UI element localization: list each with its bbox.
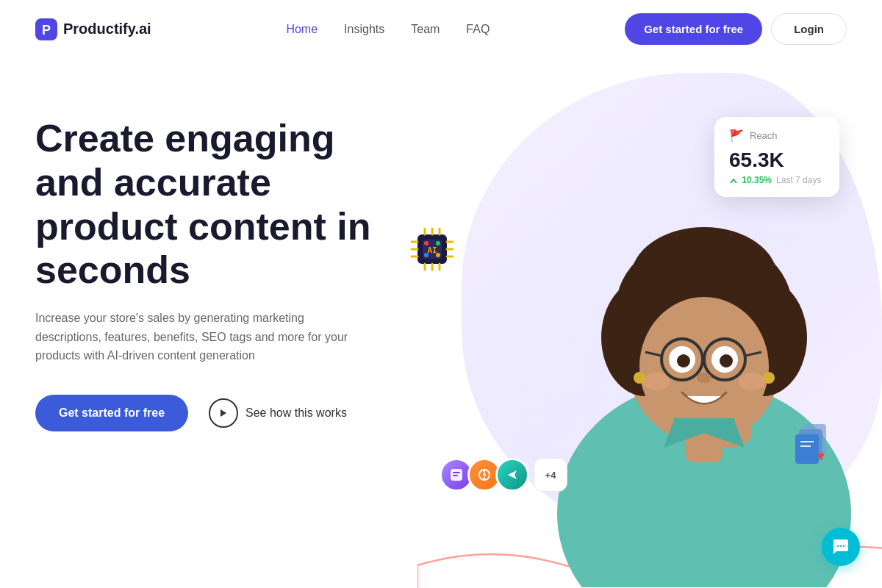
logo-icon: P [35,18,57,40]
reach-period: Last 7 days [776,175,821,185]
svg-point-42 [634,372,645,384]
svg-point-59 [840,545,842,547]
nav-get-started-button[interactable]: Get started for free [625,13,762,45]
svg-text:AI: AI [427,245,437,255]
reach-flag-icon: 🚩 [729,129,744,143]
hero-subtitle: Increase your store's sales by generatin… [35,309,373,365]
brand-name: Productify.ai [63,21,151,37]
svg-point-38 [643,373,670,390]
nav-insights[interactable]: Insights [344,23,384,35]
reach-value: 65.3K [729,148,825,172]
reach-growth-pct: 10.35% [729,175,772,185]
svg-point-40 [697,373,711,383]
svg-text:P: P [42,23,51,37]
svg-rect-54 [795,434,819,464]
see-how-link[interactable]: See how this works [209,398,347,428]
integration-more: +4 [534,458,567,492]
svg-rect-45 [453,472,460,473]
nav-home[interactable]: Home [286,23,318,35]
hero-title: Create engaging and accurate product con… [35,117,395,293]
integration-icon-3 [495,458,529,492]
nav-faq[interactable]: FAQ [466,23,490,35]
nav-login-button[interactable]: Login [771,13,847,45]
hero-section: Create engaging and accurate product con… [0,58,882,587]
svg-point-17 [424,241,429,245]
svg-point-36 [677,354,690,368]
play-icon [209,398,238,428]
svg-point-18 [436,241,440,245]
svg-point-39 [739,373,765,390]
nav-links: Home Insights Team FAQ [286,23,490,36]
svg-point-19 [424,253,429,257]
nav-actions: Get started for free Login [625,13,847,45]
reach-card: 🚩 Reach 65.3K 10.35% Last 7 days [714,117,839,197]
svg-marker-51 [508,470,517,479]
reach-label: Reach [750,130,778,141]
svg-point-20 [436,253,440,257]
svg-point-43 [763,372,775,384]
svg-point-48 [483,473,486,476]
logo-link[interactable]: P Productify.ai [35,18,151,40]
svg-point-37 [720,354,733,368]
reach-card-header: 🚩 Reach [729,129,825,143]
svg-rect-46 [453,475,458,476]
navbar: P Productify.ai Home Insights Team FAQ G… [0,0,882,58]
svg-point-60 [843,545,845,547]
hero-left: Create engaging and accurate product con… [35,87,417,431]
ai-chip-icon: AI [403,220,462,279]
chat-bubble-button[interactable] [822,528,860,566]
hero-right: AI [417,87,847,587]
see-how-label: See how this works [245,406,347,420]
reach-growth: 10.35% Last 7 days [729,175,825,185]
svg-point-58 [837,545,839,547]
integration-row: +4 [440,458,567,492]
chat-icon [832,538,850,556]
nav-team[interactable]: Team [411,23,440,35]
hero-cta-row: Get started for free See how this works [35,395,417,431]
hero-get-started-button[interactable]: Get started for free [35,395,188,431]
doc-stack-icon [792,418,843,470]
